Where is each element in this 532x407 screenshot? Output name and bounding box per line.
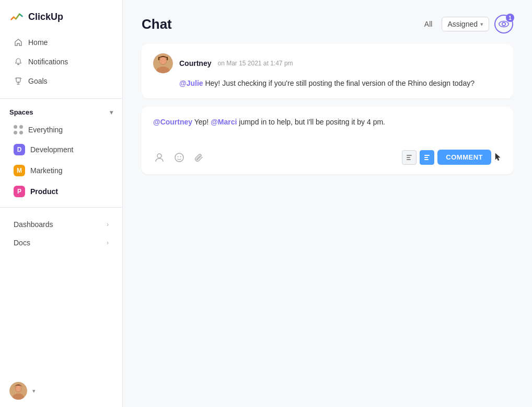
sidebar: ClickUp Home Notifications Goals Spaces … <box>0 0 123 407</box>
sidebar-item-goals[interactable]: Goals <box>4 72 118 91</box>
chevron-down-icon: ▾ <box>110 109 113 116</box>
message-header: Courtney on Mar 15 2021 at 1:47 pm <box>153 53 502 73</box>
sidebar-item-everything-label: Everything <box>28 126 63 134</box>
watch-button[interactable]: 1 <box>494 15 513 33</box>
svg-rect-17 <box>424 155 430 156</box>
svg-rect-15 <box>407 157 410 158</box>
divider-2 <box>0 207 122 208</box>
svg-rect-14 <box>407 155 412 156</box>
development-badge: D <box>14 144 25 155</box>
svg-point-12 <box>178 156 179 157</box>
filter-all-label[interactable]: All <box>420 19 437 29</box>
home-icon <box>14 38 23 47</box>
mention-marci: @Marci <box>211 118 237 126</box>
divider-1 <box>0 98 122 99</box>
sidebar-item-development[interactable]: D Development <box>4 140 118 160</box>
header-controls: All Assigned ▾ 1 <box>420 15 513 33</box>
filter-assigned-label: Assigned <box>447 20 478 28</box>
sidebar-item-docs[interactable]: Docs › <box>4 234 118 252</box>
product-badge: P <box>14 186 25 197</box>
chevron-right-icon-docs: › <box>107 239 109 246</box>
sidebar-item-notifications-label: Notifications <box>28 58 68 66</box>
message-author-name: Courtney <box>179 59 211 67</box>
courtney-avatar <box>153 53 173 73</box>
svg-rect-16 <box>407 159 411 160</box>
message-bubble: Courtney on Mar 15 2021 at 1:47 pm @Juli… <box>142 44 513 98</box>
sidebar-item-docs-label: Docs <box>14 239 30 247</box>
sidebar-item-product[interactable]: P Product <box>4 182 118 201</box>
cursor-indicator <box>494 152 502 163</box>
page-title: Chat <box>142 16 172 32</box>
spaces-label: Spaces <box>9 108 33 116</box>
attachment-icon[interactable] <box>193 151 205 164</box>
mention-courtney: @Courtney <box>153 118 192 126</box>
svg-rect-19 <box>424 159 429 160</box>
everything-icon <box>14 125 23 134</box>
svg-point-11 <box>175 153 183 162</box>
sidebar-item-development-label: Development <box>30 145 74 154</box>
svg-point-10 <box>157 154 161 158</box>
reply-text[interactable]: @Courtney Yep! @Marci jumpd in to help, … <box>153 116 502 142</box>
logo[interactable]: ClickUp <box>0 0 122 30</box>
reply-box: @Courtney Yep! @Marci jumpd in to help, … <box>142 107 513 174</box>
chat-header: Chat All Assigned ▾ 1 <box>123 0 532 44</box>
svg-rect-18 <box>424 157 428 158</box>
bottom-nav: Dashboards › Docs › <box>0 213 122 254</box>
chat-area: Courtney on Mar 15 2021 at 1:47 pm @Juli… <box>123 44 532 407</box>
user-menu-chevron: ▾ <box>32 388 36 394</box>
format-button-2[interactable] <box>420 150 434 165</box>
main-nav: Home Notifications Goals <box>0 30 122 93</box>
svg-point-3 <box>16 386 21 392</box>
app-name: ClickUp <box>28 12 63 22</box>
reply-footer: COMMENT <box>153 150 502 165</box>
sidebar-item-marketing-label: Marketing <box>30 166 62 175</box>
sidebar-item-marketing[interactable]: M Marketing <box>4 161 118 180</box>
user-icon[interactable] <box>153 151 166 164</box>
mention-julie: @Julie <box>179 79 203 87</box>
filter-assigned-dropdown[interactable]: Assigned ▾ <box>442 17 489 31</box>
eye-badge: 1 <box>506 14 514 22</box>
svg-point-9 <box>160 57 166 64</box>
format-button-1[interactable] <box>402 150 417 165</box>
svg-point-13 <box>180 156 181 157</box>
trophy-icon <box>14 76 23 86</box>
reply-text-2: jumpd in to help, but I'll be positng it… <box>237 118 385 126</box>
bell-icon <box>14 57 23 66</box>
sidebar-item-dashboards[interactable]: Dashboards › <box>4 216 118 233</box>
marketing-badge: M <box>14 165 25 176</box>
sidebar-item-home[interactable]: Home <box>4 33 118 52</box>
sidebar-item-home-label: Home <box>28 38 48 47</box>
message-text: Hey! Just checking if you're still posti… <box>203 79 475 87</box>
clickup-logo-icon <box>9 9 24 24</box>
sidebar-item-everything[interactable]: Everything <box>4 121 118 139</box>
chevron-right-icon: › <box>107 221 109 228</box>
spaces-section-header[interactable]: Spaces ▾ <box>0 104 122 120</box>
chevron-down-icon-filter: ▾ <box>480 21 483 28</box>
sidebar-item-goals-label: Goals <box>28 77 48 85</box>
sidebar-item-notifications[interactable]: Notifications <box>4 52 118 71</box>
message-timestamp: on Mar 15 2021 at 1:47 pm <box>217 60 293 67</box>
messages-list: Courtney on Mar 15 2021 at 1:47 pm @Juli… <box>142 44 513 407</box>
svg-point-5 <box>502 22 505 26</box>
reply-action-buttons: COMMENT <box>402 150 502 165</box>
message-body: @Julie Hey! Just checking if you're stil… <box>153 77 502 89</box>
comment-button[interactable]: COMMENT <box>437 150 491 165</box>
emoji-icon[interactable] <box>173 151 186 164</box>
avatar <box>9 382 27 400</box>
main-content: Chat All Assigned ▾ 1 <box>123 0 532 407</box>
sidebar-item-product-label: Product <box>30 187 58 196</box>
sidebar-footer[interactable]: ▾ <box>0 375 122 407</box>
reply-toolbar-icons <box>153 151 205 164</box>
sidebar-item-dashboards-label: Dashboards <box>14 220 53 229</box>
reply-text-1: Yep! <box>192 118 211 126</box>
